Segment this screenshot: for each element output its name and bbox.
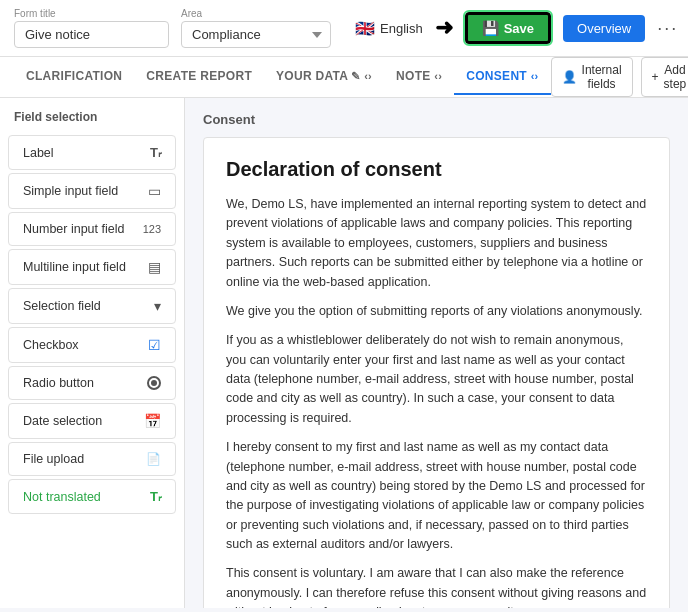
area-group: Area Compliance (181, 8, 331, 48)
consent-paragraph-2: We give you the option of submitting rep… (226, 302, 647, 321)
save-button[interactable]: 💾 Save (465, 12, 551, 44)
language-badge: 🇬🇧 English (355, 19, 423, 38)
consent-paragraph-5: This consent is voluntary. I am aware th… (226, 564, 647, 608)
text-format-icon: Tᵣ (150, 145, 161, 160)
checkbox-icon: ☑ (148, 337, 161, 353)
sidebar-item-checkbox[interactable]: Checkbox ☑ (8, 327, 176, 363)
main-layout: Field selection Label Tᵣ Simple input fi… (0, 98, 688, 608)
consent-heading: Declaration of consent (226, 158, 647, 181)
tab-create-report[interactable]: CREATE REPORT (134, 59, 264, 95)
internal-fields-button[interactable]: 👤 Internal fields (551, 57, 633, 97)
input-icon: ▭ (148, 183, 161, 199)
consent-card: Declaration of consent We, Demo LS, have… (203, 137, 670, 608)
translated-icon: Tᵣ (150, 489, 161, 504)
top-bar: Form title Area Compliance 🇬🇧 English ➜ … (0, 0, 688, 57)
plus-icon: + (652, 70, 659, 84)
sidebar-item-selection[interactable]: Selection field ▾ (8, 288, 176, 324)
flag-icon: 🇬🇧 (355, 19, 375, 38)
form-title-input[interactable] (14, 21, 169, 48)
file-icon: 📄 (146, 452, 161, 466)
sidebar-item-radio[interactable]: Radio button (8, 366, 176, 400)
nav-actions: 👤 Internal fields + Add step ✏️ 🗑️ (551, 57, 688, 97)
tab-your-data[interactable]: YOUR DATA ✎ ‹› (264, 59, 384, 95)
sidebar-item-simple-input[interactable]: Simple input field ▭ (8, 173, 176, 209)
arrow-icon: ➜ (435, 15, 453, 41)
chevron-down-icon: ▾ (154, 298, 161, 314)
section-title: Consent (203, 112, 670, 127)
tab-consent[interactable]: CONSENT ‹› (454, 59, 550, 95)
sidebar-title: Field selection (0, 110, 184, 132)
save-label: Save (504, 21, 534, 36)
number-icon: 123 (143, 223, 161, 235)
consent-paragraph-4: I hereby consent to my first and last na… (226, 438, 647, 554)
language-label: English (380, 21, 423, 36)
person-icon: 👤 (562, 70, 577, 84)
sidebar-item-label[interactable]: Label Tᵣ (8, 135, 176, 170)
sidebar-item-not-translated[interactable]: Not translated Tᵣ (8, 479, 176, 514)
consent-content: Consent Declaration of consent We, Demo … (185, 98, 688, 608)
consent-paragraph-1: We, Demo LS, have implemented an interna… (226, 195, 647, 292)
field-selection-sidebar: Field selection Label Tᵣ Simple input fi… (0, 98, 185, 608)
sidebar-item-multiline-input[interactable]: Multiline input field ▤ (8, 249, 176, 285)
sidebar-item-number-input[interactable]: Number input field 123 (8, 212, 176, 246)
tab-clarification[interactable]: CLARIFICATION (14, 59, 134, 95)
multiline-icon: ▤ (148, 259, 161, 275)
tab-note[interactable]: NOTE ‹› (384, 59, 454, 95)
consent-paragraph-3: If you as a whistleblower deliberately d… (226, 331, 647, 428)
more-options-button[interactable]: ··· (657, 18, 678, 39)
add-step-button[interactable]: + Add step (641, 57, 688, 97)
radio-icon (147, 376, 161, 390)
overview-button[interactable]: Overview (563, 15, 645, 42)
calendar-icon: 📅 (144, 413, 161, 429)
sidebar-item-file-upload[interactable]: File upload 📄 (8, 442, 176, 476)
nav-tabs-bar: CLARIFICATION CREATE REPORT YOUR DATA ✎ … (0, 57, 688, 98)
form-title-label: Form title (14, 8, 169, 19)
form-title-group: Form title (14, 8, 169, 48)
area-label: Area (181, 8, 331, 19)
sidebar-item-date-selection[interactable]: Date selection 📅 (8, 403, 176, 439)
save-icon: 💾 (482, 20, 499, 36)
area-select[interactable]: Compliance (181, 21, 331, 48)
